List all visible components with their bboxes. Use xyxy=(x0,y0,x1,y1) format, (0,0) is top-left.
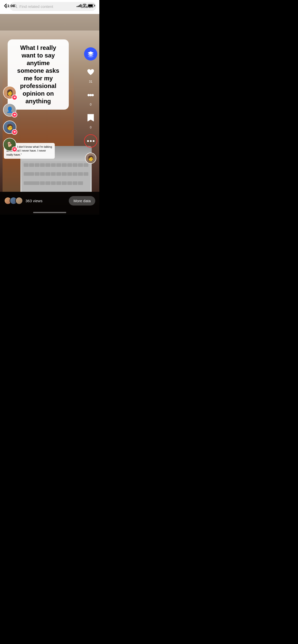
avatar-item-1[interactable]: 👩 ❤ xyxy=(3,86,16,99)
bottom-bar: 363 views More data xyxy=(0,192,99,215)
status-icons xyxy=(77,4,94,8)
bookmark-button[interactable] xyxy=(84,111,97,125)
creator-avatar[interactable]: 🧑 xyxy=(85,153,96,164)
more-action[interactable] xyxy=(84,134,97,148)
svg-point-8 xyxy=(92,94,94,96)
signal-icon xyxy=(77,4,81,7)
layers-button[interactable] xyxy=(84,47,97,61)
like-button[interactable] xyxy=(84,66,97,79)
laptop-keyboard xyxy=(22,161,90,192)
bookmark-action[interactable]: 0 xyxy=(84,111,97,129)
svg-marker-5 xyxy=(88,55,94,57)
creator-avatar-action[interactable]: 🧑 xyxy=(85,153,96,164)
viewers-section: 363 views xyxy=(4,197,43,204)
home-indicator xyxy=(33,212,66,213)
bookmark-count: 0 xyxy=(90,126,92,129)
title-card: What I really want to say anytime someon… xyxy=(8,39,69,110)
avatar-sidebar: 👩 ❤ 👤 ❤ 🧑 ❤ 🐕 ❤ xyxy=(3,86,16,151)
right-action-sidebar: 31 0 0 xyxy=(84,47,97,164)
avatar-item-2[interactable]: 👤 ❤ xyxy=(3,103,16,116)
heart-badge-2: ❤ xyxy=(12,112,17,118)
wifi-icon xyxy=(83,4,87,8)
comment-button[interactable] xyxy=(84,89,97,102)
status-time: 11:00 xyxy=(5,4,15,8)
heart-badge-4: ❤ xyxy=(12,147,17,152)
comment-count: 0 xyxy=(90,103,92,106)
views-count: 363 views xyxy=(25,199,43,203)
heart-badge-3: ❤ xyxy=(12,129,17,135)
viewer-avatars xyxy=(4,197,23,204)
heart-badge-1: ❤ xyxy=(12,95,17,100)
viewer-avatar-3 xyxy=(15,197,23,204)
layers-action[interactable] xyxy=(84,47,97,61)
ellipsis-icon xyxy=(87,140,94,142)
comment-action[interactable]: 0 xyxy=(84,89,97,106)
more-data-button[interactable]: More data xyxy=(69,196,95,206)
like-action[interactable]: 31 xyxy=(84,66,97,83)
video-content[interactable]: TA What I really want to say anytime som… xyxy=(0,0,99,215)
svg-point-6 xyxy=(88,94,90,96)
video-title-text: What I really want to say anytime someon… xyxy=(13,44,64,105)
svg-point-7 xyxy=(90,94,92,96)
battery-icon xyxy=(88,4,94,7)
svg-point-0 xyxy=(84,6,85,7)
status-bar: 11:00 xyxy=(0,0,99,11)
like-count: 31 xyxy=(89,80,92,83)
more-button[interactable] xyxy=(84,134,97,148)
top-nav-area: 11:00 xyxy=(0,0,99,14)
avatar-item-4[interactable]: 🐕 ❤ xyxy=(3,138,16,151)
avatar-item-3[interactable]: 🧑 ❤ xyxy=(3,121,16,134)
